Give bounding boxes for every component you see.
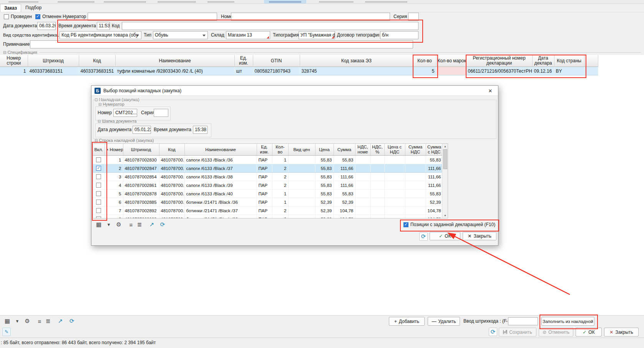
gear-icon[interactable]: ⚙: [23, 317, 32, 325]
col-qty[interactable]: Кол-во: [413, 55, 436, 67]
col-price-type[interactable]: Вид цен: [288, 144, 315, 156]
list-numbered-icon[interactable]: ≣: [44, 317, 52, 325]
col-sum-vat[interactable]: Сумма НДС: [405, 144, 426, 156]
collapse-icon[interactable]: ⊟: [95, 138, 98, 143]
edit-note-button[interactable]: ✎: [2, 328, 11, 336]
refresh-icon[interactable]: ⟳: [68, 317, 76, 325]
proveden-checkbox[interactable]: [4, 14, 9, 19]
tab-podbor[interactable]: Подбор: [22, 4, 45, 12]
dialog-ok-button[interactable]: ✓ОК: [430, 232, 460, 240]
include-checkbox[interactable]: [96, 208, 101, 213]
vertical-scrollbar[interactable]: ▲ ▼: [442, 144, 448, 218]
include-checkbox[interactable]: [96, 166, 101, 171]
list-numbered-icon[interactable]: ≣: [135, 220, 144, 229]
dialog-refresh-button[interactable]: ⟳: [419, 232, 428, 241]
col-price[interactable]: Цена: [315, 144, 334, 156]
include-checkbox[interactable]: [96, 157, 101, 162]
col-price-vat[interactable]: Цена с НДС: [384, 144, 405, 156]
primechanie-input[interactable]: [30, 40, 413, 48]
include-checkbox[interactable]: [96, 174, 101, 179]
save-button[interactable]: Сохранить: [499, 328, 536, 336]
include-checkbox[interactable]: [96, 200, 101, 205]
positions-with-declaration-checkbox[interactable]: [403, 222, 408, 227]
col-qty[interactable]: Кол-во: [272, 144, 288, 156]
col-code[interactable]: Код: [159, 144, 184, 156]
dialog-table-row[interactable]: 6 4810787002885 481078700... ботинки /21…: [93, 198, 443, 206]
numerator-input[interactable]: [88, 13, 217, 21]
dialog-table-row[interactable]: 4 4810787002861 481078700... сапоги /613…: [93, 181, 443, 190]
col-name[interactable]: Наименование: [115, 55, 234, 67]
cancel-button[interactable]: ⊘Отменить: [539, 328, 573, 336]
export-icon[interactable]: ↗: [56, 317, 65, 325]
tip-select[interactable]: Обувь: [153, 31, 208, 39]
dialog-close-button[interactable]: ✕: [483, 86, 498, 96]
dlg-nomer-input[interactable]: СМТ202...: [113, 109, 137, 117]
include-checkbox[interactable]: [96, 191, 101, 196]
col-line-number[interactable]: Номер строки: [0, 55, 28, 67]
barcode-input[interactable]: [508, 317, 538, 325]
dialog-table-row[interactable]: 8 4810787002908 481078700... ботинки /21…: [93, 215, 443, 219]
dialog-table-row[interactable]: 1 4810787002830 481078700... сапоги /613…: [93, 156, 443, 164]
nomer-input[interactable]: [231, 13, 390, 21]
dogovor-input[interactable]: б/н: [380, 31, 418, 39]
gear-icon[interactable]: ⚙: [115, 220, 123, 229]
close-button[interactable]: ✕Закрыть: [604, 328, 639, 336]
doc-time-input[interactable]: 11:53: [97, 22, 110, 30]
col-sum-with-vat[interactable]: Сумма с НДС: [426, 144, 443, 156]
sklad-input[interactable]: Магазин 13: [226, 31, 270, 39]
scroll-up-button[interactable]: ▲: [442, 144, 448, 149]
dlg-doc-date-input[interactable]: 05.01.22: [133, 126, 151, 134]
dlg-doc-time-input[interactable]: 15:38: [193, 126, 207, 134]
grid-settings-icon[interactable]: ▦: [95, 220, 103, 229]
dialog-table-row[interactable]: 3 4810787002854 481078700... сапоги /613…: [93, 173, 443, 181]
scroll-thumb[interactable]: [443, 149, 447, 169]
spec-table-row[interactable]: 1 4603373683151 4603373683151 туфли комн…: [0, 67, 598, 75]
delete-button[interactable]: —Удалить: [428, 317, 460, 326]
refresh-icon[interactable]: ⟳: [158, 220, 167, 229]
include-checkbox[interactable]: [96, 216, 101, 218]
col-unit[interactable]: Ед. изм.: [234, 55, 253, 67]
kod-input[interactable]: [122, 22, 418, 30]
col-vat-pct[interactable]: НДС, %: [370, 144, 384, 156]
filter-icon[interactable]: ▼: [105, 220, 113, 229]
col-country[interactable]: Код страны: [554, 55, 584, 67]
col-include[interactable]: Вкл.: [93, 144, 105, 156]
filter-icon[interactable]: ▼: [13, 317, 22, 325]
col-code[interactable]: Код: [79, 55, 115, 67]
list-icon[interactable]: ≡: [35, 317, 44, 325]
collapse-icon[interactable]: ⊟: [98, 102, 101, 107]
tab-zakaz[interactable]: Заказ: [0, 4, 21, 12]
col-barcode[interactable]: Штрихкод: [28, 55, 79, 67]
doc-date-input[interactable]: 06.03.26: [37, 22, 56, 30]
col-vat-num[interactable]: НДС, номе: [355, 144, 370, 156]
col-marks-qty[interactable]: Кол-во марок: [436, 55, 466, 67]
add-button[interactable]: +Добавить: [389, 317, 425, 326]
dlg-seriya-input[interactable]: [154, 109, 168, 117]
dialog-title-bar[interactable]: Б Выбор позиций накладных (закупка): [91, 86, 498, 96]
grid-settings-icon[interactable]: ▦: [3, 317, 12, 325]
col-number[interactable]: ▲Номер: [105, 144, 123, 156]
ok-button[interactable]: ✓ОК: [576, 328, 602, 336]
vid-sredstva-select[interactable]: Код РБ идентификации товара (обу: [60, 31, 141, 39]
fill-from-invoice-button[interactable]: Заполнить из накладной: [541, 317, 594, 326]
dialog-close-button-bottom[interactable]: ✕Закрыть: [463, 232, 496, 240]
seriya-input[interactable]: [408, 13, 419, 21]
col-reg-number[interactable]: Регистрационный номер декларации: [466, 55, 532, 67]
collapse-icon[interactable]: ⊟: [98, 119, 101, 123]
col-gtin[interactable]: GTIN: [253, 55, 300, 67]
list-icon[interactable]: ≡: [127, 220, 135, 229]
scroll-down-button[interactable]: ▼: [442, 213, 448, 218]
collapse-icon[interactable]: ⊟: [3, 50, 6, 55]
tipografia-input[interactable]: УП "Бумажная фаб: [299, 31, 335, 39]
col-barcode[interactable]: Штрихкод: [123, 144, 159, 156]
otmenen-checkbox[interactable]: [35, 14, 40, 19]
dialog-table-row[interactable]: 7 4810787002892 481078700... ботинки /21…: [93, 206, 443, 215]
dialog-table-row[interactable]: 2 4810787002847 481078700... сапоги /613…: [93, 164, 443, 173]
refresh-button[interactable]: ⟳: [489, 328, 497, 336]
col-unit[interactable]: Ед. изм.: [257, 144, 272, 156]
export-icon[interactable]: ↗: [148, 220, 156, 229]
col-order-code[interactable]: Код заказа ЭЗ: [300, 55, 413, 67]
col-name[interactable]: Наименование: [184, 144, 257, 156]
include-checkbox[interactable]: [96, 183, 101, 188]
col-decl-date[interactable]: Дата деклара: [532, 55, 554, 67]
